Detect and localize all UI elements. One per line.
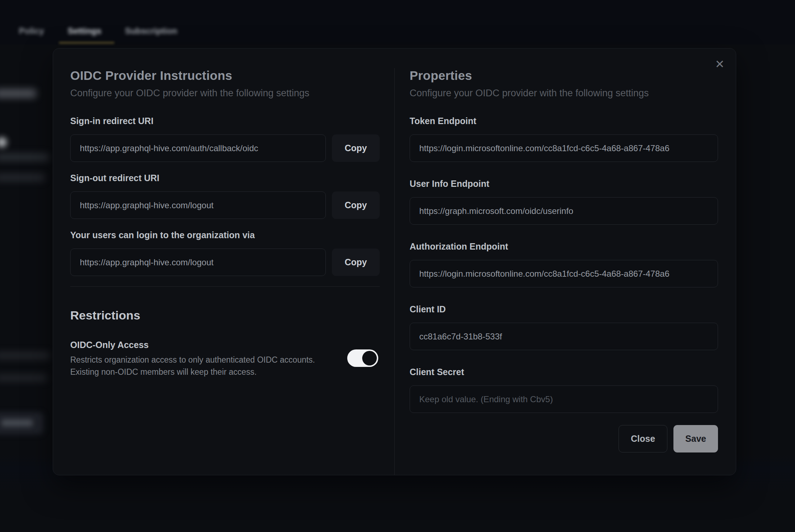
oidc-only-access-row: OIDC-Only Access Restricts organization … xyxy=(70,339,380,378)
login-via-input[interactable] xyxy=(70,249,326,276)
token-endpoint-row xyxy=(410,134,718,162)
save-button[interactable]: Save xyxy=(673,425,718,452)
blurred-background-text xyxy=(0,89,36,98)
oidc-only-access-description: Restricts organization access to only au… xyxy=(70,354,337,378)
close-icon: ✕ xyxy=(715,58,725,71)
copy-login-via-button[interactable]: Copy xyxy=(332,249,380,276)
login-via-row: Copy xyxy=(70,249,380,276)
properties-title: Properties xyxy=(410,68,718,83)
sign-out-redirect-input[interactable] xyxy=(70,191,326,219)
tab-policy[interactable]: Policy xyxy=(19,26,44,36)
oidc-only-access-label: OIDC-Only Access xyxy=(70,339,337,350)
sign-in-redirect-input[interactable] xyxy=(70,134,326,162)
properties-subtitle: Configure your OIDC provider with the fo… xyxy=(410,87,718,99)
token-endpoint-label: Token Endpoint xyxy=(410,116,718,126)
client-id-label: Client ID xyxy=(410,304,718,314)
blurred-background-text xyxy=(0,352,50,359)
user-info-endpoint-input[interactable] xyxy=(410,197,718,225)
toggle-knob xyxy=(362,351,377,365)
client-id-input[interactable] xyxy=(410,323,718,350)
background-tab-bar: Policy Settings Subscription xyxy=(19,23,177,39)
oidc-only-access-toggle[interactable] xyxy=(347,349,378,367)
authorization-endpoint-label: Authorization Endpoint xyxy=(410,241,718,252)
user-info-endpoint-row xyxy=(410,197,718,225)
oidc-settings-modal: OIDC Provider Instructions Configure you… xyxy=(53,48,736,475)
blurred-background-button-label xyxy=(1,419,33,426)
tab-subscription[interactable]: Subscription xyxy=(125,26,177,36)
authorization-endpoint-row xyxy=(410,260,718,287)
blurred-background-text xyxy=(0,153,49,161)
sign-in-redirect-label: Sign-in redirect URI xyxy=(70,116,380,126)
blurred-background-text xyxy=(0,174,45,181)
client-secret-input[interactable] xyxy=(410,385,718,413)
token-endpoint-input[interactable] xyxy=(410,134,718,162)
copy-sign-in-button[interactable]: Copy xyxy=(332,134,380,162)
modal-footer: Close Save xyxy=(410,425,718,452)
active-tab-underline xyxy=(59,42,114,44)
sign-out-redirect-row: Copy xyxy=(70,191,380,219)
client-secret-row xyxy=(410,385,718,413)
oidc-instructions-panel: OIDC Provider Instructions Configure you… xyxy=(70,68,395,475)
modal-close-button[interactable]: ✕ xyxy=(711,56,728,73)
restrictions-title: Restrictions xyxy=(70,308,380,322)
tab-settings[interactable]: Settings xyxy=(68,26,102,36)
copy-sign-out-button[interactable]: Copy xyxy=(332,191,380,219)
sign-in-redirect-row: Copy xyxy=(70,134,380,162)
client-id-row xyxy=(410,323,718,350)
screen: Policy Settings Subscription OIDC Provid… xyxy=(0,0,795,532)
instructions-title: OIDC Provider Instructions xyxy=(70,68,380,83)
section-divider xyxy=(70,286,380,287)
instructions-subtitle: Configure your OIDC provider with the fo… xyxy=(70,87,380,99)
blurred-background-text xyxy=(0,374,47,382)
authorization-endpoint-input[interactable] xyxy=(410,260,718,287)
client-secret-label: Client Secret xyxy=(410,367,718,377)
login-via-label: Your users can login to the organization… xyxy=(70,230,380,240)
user-info-endpoint-label: User Info Endpoint xyxy=(410,178,718,189)
close-button[interactable]: Close xyxy=(619,425,667,452)
properties-panel: Properties Configure your OIDC provider … xyxy=(395,68,736,475)
sign-out-redirect-label: Sign-out redirect URI xyxy=(70,173,380,183)
